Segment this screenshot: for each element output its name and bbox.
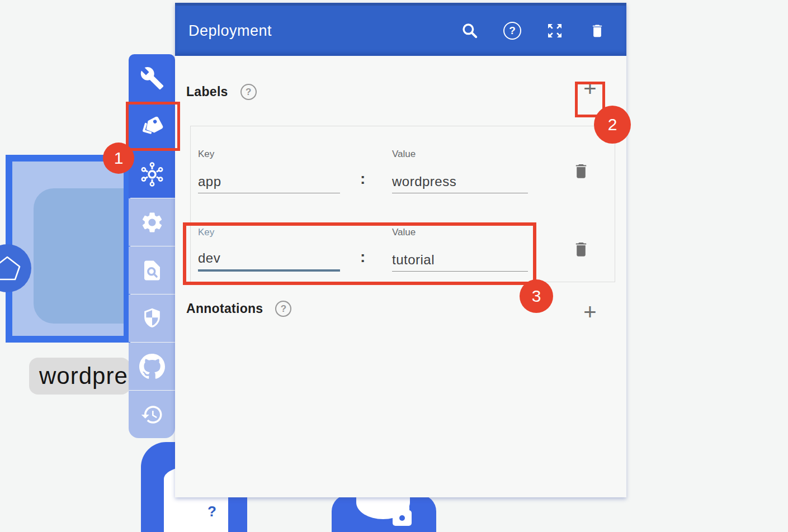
- step3-number: 3: [532, 287, 541, 306]
- shield-icon: [140, 307, 164, 330]
- history-icon: [140, 403, 164, 426]
- sidebar-item-settings[interactable]: [129, 198, 175, 246]
- step1-number: 1: [114, 149, 124, 168]
- wrench-icon: [140, 66, 164, 91]
- delete-label-button[interactable]: [570, 237, 592, 262]
- sidebar-item-security[interactable]: [129, 294, 175, 342]
- search-icon: [461, 22, 479, 40]
- colon-separator: :: [360, 170, 365, 188]
- wordpress-node[interactable]: [6, 155, 130, 343]
- sidebar-item-history[interactable]: [129, 391, 175, 438]
- key-input[interactable]: app: [198, 164, 340, 193]
- labels-section-header: Labels ?: [186, 84, 257, 100]
- delete-button[interactable]: [587, 21, 607, 41]
- app-canvas: wordpress ?: [0, 0, 788, 532]
- add-annotation-button[interactable]: +: [579, 301, 601, 323]
- node-inner-shape: [34, 188, 130, 324]
- help-glyph: ?: [246, 87, 251, 98]
- step2-number: 2: [608, 115, 617, 134]
- trash-icon: [589, 22, 606, 40]
- database-locked-node[interactable]: [332, 495, 436, 532]
- expand-icon: [546, 22, 564, 40]
- pentagon-icon: [0, 254, 22, 283]
- hub-icon: [139, 161, 166, 188]
- annotations-heading: Annotations: [186, 301, 263, 316]
- plus-icon: +: [583, 301, 596, 323]
- labels-heading: Labels: [186, 84, 228, 99]
- step2-badge: 2: [594, 106, 631, 144]
- value-input[interactable]: wordpress: [392, 164, 528, 193]
- label-row-app: Key app : Value wordpress: [191, 126, 615, 205]
- step1-highlight-rect: [126, 102, 180, 151]
- help-button[interactable]: ?: [502, 21, 522, 41]
- trash-icon: [572, 161, 591, 181]
- step3-highlight-rect: [183, 222, 536, 285]
- header-actions: ?: [460, 21, 607, 41]
- help-glyph: ?: [509, 25, 516, 37]
- github-icon: [139, 354, 165, 379]
- lock-icon: [390, 498, 414, 528]
- question-mark: ?: [207, 503, 216, 520]
- node-label: wordpress: [29, 363, 130, 390]
- search-button[interactable]: [460, 21, 480, 41]
- trash-icon: [572, 239, 591, 259]
- key-field-label: Key: [198, 149, 214, 160]
- help-icon: ?: [503, 22, 521, 40]
- help-glyph: ?: [281, 303, 286, 315]
- labels-help-icon[interactable]: ?: [240, 84, 257, 100]
- sidebar-item-tools[interactable]: [129, 54, 175, 102]
- annotations-help-icon[interactable]: ?: [275, 301, 291, 317]
- sidebar-item-inspect[interactable]: [129, 246, 175, 294]
- panel-title: Deployment: [188, 22, 460, 40]
- sidebar-item-network[interactable]: [129, 150, 175, 198]
- delete-label-button[interactable]: [570, 159, 592, 183]
- node-label-pill: wordpress: [29, 358, 130, 395]
- file-search-icon: [140, 259, 164, 282]
- gear-icon: [140, 210, 164, 235]
- panel-header: Deployment ?: [175, 3, 626, 56]
- annotations-section-header: Annotations ?: [186, 301, 291, 317]
- question-badge: ?: [201, 500, 223, 522]
- sidebar-item-github[interactable]: [129, 343, 175, 390]
- step3-badge: 3: [520, 279, 553, 313]
- value-field-label: Value: [392, 149, 416, 160]
- step1-badge: 1: [103, 142, 134, 174]
- expand-button[interactable]: [545, 21, 565, 41]
